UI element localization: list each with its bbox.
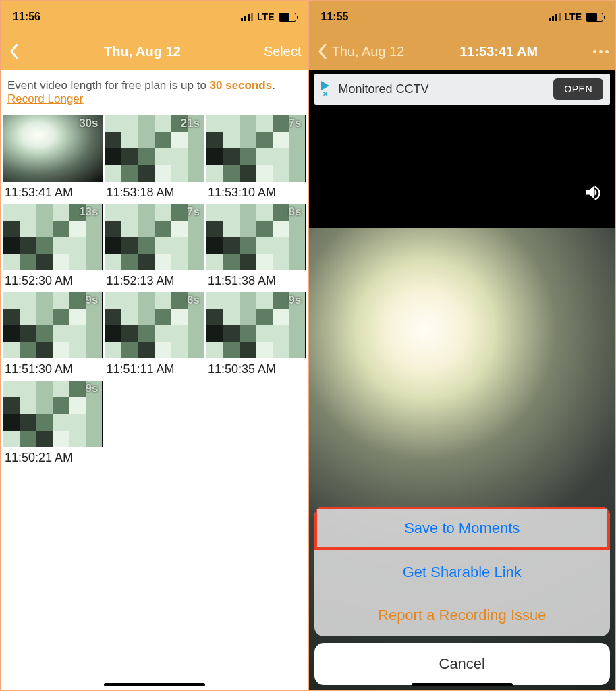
battery-icon xyxy=(586,13,603,22)
select-button[interactable]: Select xyxy=(264,44,302,59)
clip-time-label: 11:52:13 AM xyxy=(105,270,204,288)
clip-duration-badge: 8s xyxy=(289,205,302,219)
clip-time-label: 11:53:41 AM xyxy=(3,182,103,200)
back-chevron-icon[interactable] xyxy=(7,42,21,61)
clip-time-label: 11:50:21 AM xyxy=(3,447,103,465)
report-recording-issue-button[interactable]: Report a Recording Issue xyxy=(314,593,611,636)
clip-thumbnail[interactable]: 9s xyxy=(3,292,103,358)
network-label: LTE xyxy=(565,11,582,22)
clip-time-label: 11:50:35 AM xyxy=(206,358,306,377)
status-bar: 11:56 LTE xyxy=(1,1,308,33)
clip-thumbnail[interactable]: 7s xyxy=(206,115,306,182)
clip-cell[interactable]: 9s11:51:30 AM xyxy=(3,292,103,377)
free-plan-banner: Event video length for free plan is up t… xyxy=(1,70,308,113)
clip-time-label: 11:51:38 AM xyxy=(206,270,306,288)
clip-thumbnail[interactable]: 30s xyxy=(3,115,103,182)
banner-text-bold: 30 seconds xyxy=(210,79,273,92)
clip-cell[interactable]: 8s11:51:38 AM xyxy=(206,204,306,288)
clip-duration-badge: 9s xyxy=(86,382,99,395)
events-list-screen: 11:56 LTE Thu, Aug 12 Select Event video… xyxy=(1,1,308,690)
video-area: ✕ Monitored CCTV OPEN Save to Moments Ge… xyxy=(309,70,616,690)
home-indicator[interactable] xyxy=(104,683,205,686)
clip-duration-badge: 7s xyxy=(289,117,302,130)
status-time: 11:55 xyxy=(321,11,349,23)
clip-duration-badge: 30s xyxy=(79,117,98,130)
clip-thumbnail[interactable]: 21s xyxy=(105,115,204,182)
clip-thumbnail[interactable]: 9s xyxy=(206,292,306,358)
home-indicator[interactable] xyxy=(412,683,513,686)
status-time: 11:56 xyxy=(13,11,40,23)
clip-time-title: 11:53:41 AM xyxy=(459,44,538,59)
action-sheet-group: Save to Moments Get Sharable Link Report… xyxy=(314,507,611,636)
record-longer-link[interactable]: Record Longer xyxy=(7,92,83,105)
clip-cell[interactable]: 7s11:52:13 AM xyxy=(105,204,204,288)
clip-thumbnail[interactable]: 13s xyxy=(3,204,103,270)
clip-duration-badge: 9s xyxy=(289,294,302,307)
clip-time-label: 11:51:30 AM xyxy=(3,358,103,377)
clip-time-label: 11:53:18 AM xyxy=(105,182,204,200)
banner-text-post: . xyxy=(272,79,275,92)
clip-cell[interactable]: 21s11:53:18 AM xyxy=(105,115,204,200)
clip-time-label: 11:52:30 AM xyxy=(3,270,103,288)
clip-duration-badge: 21s xyxy=(181,117,200,130)
clip-cell[interactable]: 9s11:50:35 AM xyxy=(206,292,306,377)
clip-time-label: 11:53:10 AM xyxy=(206,182,306,200)
clip-thumbnail[interactable]: 9s xyxy=(3,381,103,447)
cancel-button[interactable]: Cancel xyxy=(314,643,611,685)
signal-bars-icon xyxy=(549,13,561,21)
clip-duration-badge: 6s xyxy=(187,294,200,307)
clip-thumbnail[interactable]: 6s xyxy=(105,292,204,358)
clip-detail-screen: 11:55 LTE Thu, Aug 12 11:53:41 AM ✕ xyxy=(308,1,616,690)
action-sheet: Save to Moments Get Sharable Link Report… xyxy=(314,507,611,685)
clip-cell[interactable]: 13s11:52:30 AM xyxy=(3,204,103,288)
nav-header: Thu, Aug 12 Select xyxy=(1,33,308,70)
battery-icon xyxy=(279,13,296,22)
status-bar: 11:55 LTE xyxy=(309,1,616,33)
back-chevron-icon[interactable] xyxy=(316,42,329,61)
nav-header: Thu, Aug 12 11:53:41 AM xyxy=(309,33,616,70)
banner-text-pre: Event video length for free plan is up t… xyxy=(7,79,210,92)
page-title: Thu, Aug 12 xyxy=(104,44,181,59)
clip-duration-badge: 13s xyxy=(79,205,98,219)
save-to-moments-button[interactable]: Save to Moments xyxy=(314,507,611,550)
clip-cell[interactable]: 6s11:51:11 AM xyxy=(105,292,204,377)
more-menu-icon[interactable] xyxy=(593,50,609,53)
clip-time-label: 11:51:11 AM xyxy=(105,358,204,377)
clip-cell[interactable]: 30s11:53:41 AM xyxy=(3,115,103,200)
clip-cell[interactable]: 7s11:53:10 AM xyxy=(206,115,306,200)
clip-thumbnail[interactable]: 7s xyxy=(105,204,204,270)
network-label: LTE xyxy=(257,11,274,22)
clips-grid: 30s11:53:41 AM21s11:53:18 AM7s11:53:10 A… xyxy=(1,113,308,465)
clip-thumbnail[interactable]: 8s xyxy=(206,204,306,270)
get-sharable-link-button[interactable]: Get Sharable Link xyxy=(314,550,611,593)
back-label[interactable]: Thu, Aug 12 xyxy=(332,44,405,59)
clip-duration-badge: 9s xyxy=(86,294,99,307)
clip-duration-badge: 7s xyxy=(187,205,200,219)
clip-cell[interactable]: 9s11:50:21 AM xyxy=(3,381,103,465)
signal-bars-icon xyxy=(241,13,253,21)
